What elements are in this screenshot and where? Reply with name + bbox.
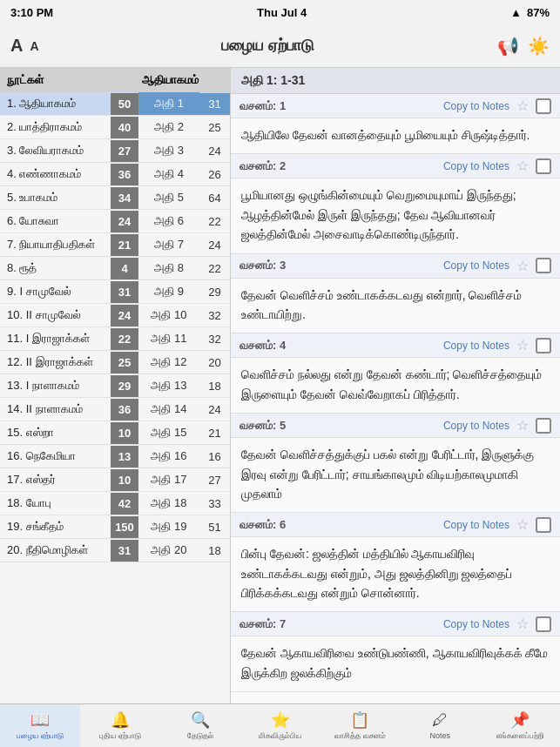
chapter-count: 36 [111, 164, 138, 185]
book-name: 3. லேவியராகமம் [0, 139, 111, 162]
copy-notes-button[interactable]: Copy to Notes [443, 618, 509, 630]
sidebar-item[interactable]: 7. நியாயாதிபதிகள் 21 அதி 7 24 [0, 233, 230, 257]
chapter-count: 36 [111, 399, 138, 421]
verse-text: தேவன் ஆகாயவிரிவை உண்டுபண்ணி, ஆகாயவிரிவுக… [231, 636, 560, 691]
verse-block: வசனம்: 2 Copy to Notes ☆ பூமியானது ஒழுங்… [231, 154, 560, 253]
verse-checkbox[interactable] [536, 616, 551, 632]
tab-தேடுதல்[interactable]: 🔍 தேடுதல் [160, 704, 240, 747]
book-name: 20. நீதிமொழிகள் [0, 539, 111, 562]
sidebar-item[interactable]: 20. நீதிமொழிகள் 31 அதி 20 18 [0, 539, 230, 562]
chapter-count: 22 [111, 328, 138, 350]
sidebar-item[interactable]: 6. யோசுவா 24 அதி 6 22 [0, 210, 230, 233]
tab-வாசித்த-வசனம்[interactable]: 📋 வாசித்த வசனம் [320, 704, 400, 747]
bookmark-icon[interactable]: ☆ [516, 337, 529, 353]
font-increase-button[interactable]: A [10, 36, 23, 56]
megaphone-icon[interactable]: 📢 [497, 36, 519, 57]
sidebar-item[interactable]: 12. II இராஜாக்கள் 25 அதி 12 20 [0, 351, 230, 374]
sidebar-item[interactable]: 11. I இராஜாக்கள் 22 அதி 11 32 [0, 327, 230, 351]
bookmark-icon[interactable]: ☆ [516, 417, 529, 434]
bookmark-icon[interactable]: ☆ [516, 616, 529, 632]
verse-count: 24 [199, 234, 230, 256]
verse-block: வசனம்: 6 Copy to Notes ☆ பின்பு தேவன்: ஜ… [231, 513, 560, 612]
chapter-label: அதி 12 [138, 351, 199, 374]
chapter-count: 10 [111, 469, 138, 491]
verse-label: வசனம்: 6 [240, 518, 286, 532]
copy-notes-button[interactable]: Copy to Notes [443, 160, 509, 172]
verse-checkbox[interactable] [536, 158, 551, 174]
verse-text: பூமியானது ஒழுங்கின்மையும் வெறுமையுமாய் இ… [231, 178, 560, 252]
copy-notes-button[interactable]: Copy to Notes [443, 519, 509, 531]
sidebar-item[interactable]: 18. யோபு 42 அதி 18 33 [0, 492, 230, 515]
tab-label: வாசித்த வசனம் [334, 731, 386, 741]
verse-text: ஆதியிலே தேவன் வானத்தையும் பூமியையும் சிர… [231, 118, 560, 153]
copy-notes-button[interactable]: Copy to Notes [443, 259, 509, 272]
verse-block: வசனம்: 3 Copy to Notes ☆ தேவன் வெளிச்சம்… [231, 254, 560, 334]
book-name: 15. எஸ்றா [0, 421, 111, 444]
tab-label: எங்களைப்பற்றி [496, 731, 544, 741]
content-range-label: அதி 1: 1-31 [231, 68, 560, 94]
chapter-label: அதி 2 [138, 116, 199, 138]
copy-notes-button[interactable]: Copy to Notes [443, 420, 509, 432]
bookmark-icon[interactable]: ☆ [516, 158, 529, 174]
book-name: 10. II சாமுவேல் [0, 304, 111, 326]
book-name: 16. நெகேமியா [0, 445, 111, 468]
verse-actions: Copy to Notes ☆ [443, 98, 551, 114]
verse-label: வசனம்: 2 [240, 159, 286, 173]
tab-icon: 📋 [350, 710, 369, 730]
sidebar-item[interactable]: 19. சங்கீதம் 150 அதி 19 51 [0, 515, 230, 539]
verse-checkbox[interactable] [536, 258, 551, 273]
bookmark-icon[interactable]: ☆ [516, 98, 529, 114]
sidebar-item[interactable]: 5. உபாகமம் 34 அதி 5 64 [0, 186, 230, 210]
bookmark-icon[interactable]: ☆ [516, 516, 529, 533]
sidebar-item[interactable]: 13. I நாளாகமம் 29 அதி 13 18 [0, 374, 230, 398]
verse-checkbox[interactable] [536, 98, 551, 114]
bookmark-icon[interactable]: ☆ [516, 258, 529, 274]
verse-checkbox[interactable] [536, 338, 551, 353]
tab-icon: 🔔 [111, 710, 130, 730]
verse-checkbox[interactable] [536, 418, 551, 434]
copy-notes-button[interactable]: Copy to Notes [443, 100, 509, 112]
sidebar-item[interactable]: 17. எஸ்தர் 10 அதி 17 27 [0, 468, 230, 492]
chapter-count: 40 [111, 117, 138, 138]
sidebar-item[interactable]: 15. எஸ்றா 10 அதி 15 21 [0, 421, 230, 445]
chapter-count: 31 [111, 281, 138, 303]
verse-block: வசனம்: 1 Copy to Notes ☆ ஆதியிலே தேவன் வ… [231, 94, 560, 154]
copy-notes-button[interactable]: Copy to Notes [443, 340, 509, 352]
tab-எங்களைப்பற்றி[interactable]: 📌 எங்களைப்பற்றி [480, 704, 560, 747]
chapter-count: 10 [111, 422, 138, 444]
tab-பழைய-ஏற்பாடு[interactable]: 📖 பழைய ஏற்பாடு [0, 704, 80, 747]
sidebar-item[interactable]: 3. லேவியராகமம் 27 அதி 3 24 [0, 139, 230, 163]
tab-மிகவிரும்பிய[interactable]: ⭐ மிகவிரும்பிய [240, 704, 320, 747]
sidebar-item[interactable]: 1. ஆதியாகமம் 50 அதி 1 31 [0, 92, 230, 116]
chapter-count: 27 [111, 140, 138, 162]
verse-count: 32 [199, 328, 230, 350]
sidebar-item[interactable]: 8. ரூத் 4 அதி 8 22 [0, 257, 230, 280]
app-header: A A பழைய ஏற்பாடு 📢 ☀️ [0, 24, 560, 68]
tab-notes[interactable]: 🖊 Notes [400, 704, 480, 747]
verse-checkbox[interactable] [536, 517, 551, 533]
chapter-label: அதி 13 [138, 374, 199, 397]
tab-புதிய-ஏற்பாடு[interactable]: 🔔 புதிய ஏற்பாடு [80, 704, 160, 747]
sidebar-item[interactable]: 14. II நாளாகமம் 36 அதி 14 24 [0, 398, 230, 421]
sidebar-header: நூட்கள் ஆதியாகமம் [0, 68, 230, 92]
sidebar-item[interactable]: 16. நெகேமியா 13 அதி 16 16 [0, 445, 230, 468]
sidebar-item[interactable]: 9. I சாமுவேல் 31 அதி 9 29 [0, 280, 230, 304]
verse-count: 27 [199, 469, 230, 491]
tab-label: தேடுதல் [187, 731, 213, 741]
verse-block: வசனம்: 7 Copy to Notes ☆ தேவன் ஆகாயவிரிவ… [231, 612, 560, 692]
verse-actions: Copy to Notes ☆ [443, 417, 551, 434]
verse-count: 18 [199, 375, 230, 397]
brightness-icon[interactable]: ☀️ [528, 36, 550, 57]
verse-count: 22 [199, 211, 230, 232]
sidebar-item[interactable]: 2. யாத்திராகமம் 40 அதி 2 25 [0, 116, 230, 139]
sidebar-item[interactable]: 10. II சாமுவேல் 24 அதி 10 32 [0, 304, 230, 327]
battery-indicator: 87% [527, 6, 550, 19]
sidebar-chapters-header: ஆதியாகமம் [138, 68, 199, 92]
chapter-label: அதி 7 [138, 233, 199, 256]
tab-label: மிகவிரும்பிய [259, 731, 301, 741]
book-name: 5. உபாகமம் [0, 186, 111, 209]
sidebar-item[interactable]: 4. எண்ணாகமம் 36 அதி 4 26 [0, 163, 230, 186]
font-decrease-button[interactable]: A [30, 39, 38, 53]
chapter-count: 25 [111, 352, 138, 374]
verse-count: 21 [199, 422, 230, 444]
